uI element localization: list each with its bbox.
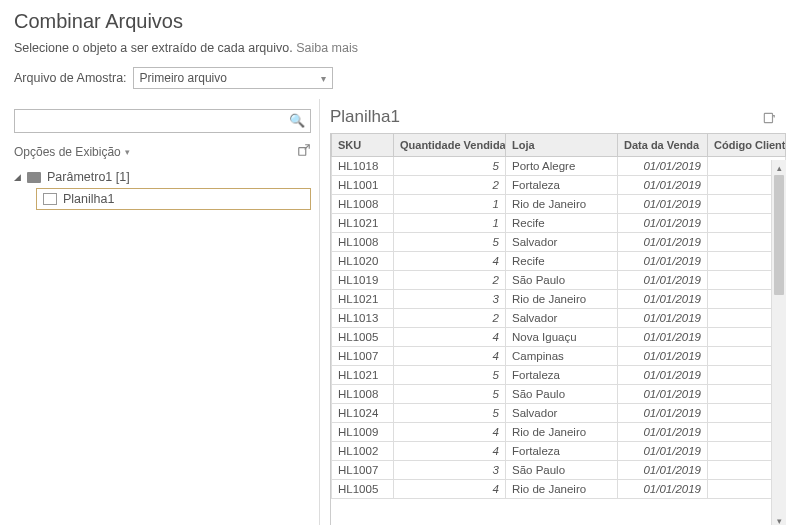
cell-sku: HL1021 — [332, 366, 394, 385]
search-icon[interactable]: 🔍 — [289, 113, 305, 128]
tree-item-planilha1[interactable]: Planilha1 — [36, 188, 311, 210]
col-header-quantidade[interactable]: Quantidade Vendida — [394, 134, 506, 157]
chevron-down-icon: ▾ — [125, 147, 130, 157]
cell-loja: Salvador — [506, 309, 618, 328]
table-row[interactable]: HL10211Recife01/01/2019 — [332, 214, 786, 233]
cell-sku: HL1005 — [332, 328, 394, 347]
tree-parent-parametro1[interactable]: ◢ Parâmetro1 [1] — [14, 168, 311, 186]
cell-sku: HL1009 — [332, 423, 394, 442]
cell-qty: 2 — [394, 309, 506, 328]
scroll-thumb[interactable] — [774, 175, 784, 295]
table-row[interactable]: HL10012Fortaleza01/01/2019 — [332, 176, 786, 195]
cell-sku: HL1008 — [332, 385, 394, 404]
cell-data: 01/01/2019 — [618, 271, 708, 290]
cell-loja: Fortaleza — [506, 176, 618, 195]
collapse-triangle-icon: ◢ — [14, 172, 21, 182]
cell-sku: HL1007 — [332, 347, 394, 366]
preview-action-icon[interactable] — [762, 111, 776, 128]
svg-rect-1 — [764, 113, 772, 122]
cell-loja: Recife — [506, 252, 618, 271]
cell-qty: 4 — [394, 252, 506, 271]
cell-loja: Salvador — [506, 404, 618, 423]
cell-data: 01/01/2019 — [618, 442, 708, 461]
col-header-data[interactable]: Data da Venda — [618, 134, 708, 157]
preview-title: Planilha1 — [330, 107, 400, 127]
cell-data: 01/01/2019 — [618, 423, 708, 442]
cell-qty: 4 — [394, 442, 506, 461]
cell-sku: HL1008 — [332, 195, 394, 214]
vertical-scrollbar[interactable]: ▴ ▾ — [771, 160, 786, 525]
table-row[interactable]: HL10245Salvador01/01/2019 — [332, 404, 786, 423]
folder-icon — [27, 172, 41, 183]
table-row[interactable]: HL10073São Paulo01/01/2019 — [332, 461, 786, 480]
col-header-sku[interactable]: SKU — [332, 134, 394, 157]
cell-loja: São Paulo — [506, 385, 618, 404]
table-row[interactable]: HL10024Fortaleza01/01/2019 — [332, 442, 786, 461]
col-header-loja[interactable]: Loja — [506, 134, 618, 157]
scroll-track[interactable] — [772, 175, 786, 513]
cell-loja: São Paulo — [506, 461, 618, 480]
table-row[interactable]: HL10094Rio de Janeiro01/01/2019 — [332, 423, 786, 442]
cell-sku: HL1020 — [332, 252, 394, 271]
sample-file-selected: Primeiro arquivo — [140, 71, 227, 85]
cell-data: 01/01/2019 — [618, 461, 708, 480]
cell-data: 01/01/2019 — [618, 214, 708, 233]
cell-qty: 4 — [394, 423, 506, 442]
table-row[interactable]: HL10054Rio de Janeiro01/01/2019 — [332, 480, 786, 499]
worksheet-icon — [43, 193, 57, 205]
cell-qty: 3 — [394, 290, 506, 309]
search-input[interactable] — [14, 109, 311, 133]
table-row[interactable]: HL10204Recife01/01/2019 — [332, 252, 786, 271]
table-row[interactable]: HL10085Salvador01/01/2019 — [332, 233, 786, 252]
dialog-subtitle: Selecione o objeto a ser extraído de cad… — [14, 41, 786, 55]
table-row[interactable]: HL10213Rio de Janeiro01/01/2019 — [332, 290, 786, 309]
table-row[interactable]: HL10192São Paulo01/01/2019 — [332, 271, 786, 290]
cell-qty: 4 — [394, 347, 506, 366]
cell-data: 01/01/2019 — [618, 290, 708, 309]
cell-data: 01/01/2019 — [618, 176, 708, 195]
cell-qty: 4 — [394, 328, 506, 347]
preview-table: SKU Quantidade Vendida Loja Data da Vend… — [331, 134, 786, 499]
table-row[interactable]: HL10054Nova Iguaçu01/01/2019 — [332, 328, 786, 347]
table-row[interactable]: HL10081Rio de Janeiro01/01/2019 — [332, 195, 786, 214]
cell-sku: HL1021 — [332, 290, 394, 309]
table-row[interactable]: HL10215Fortaleza01/01/2019 — [332, 366, 786, 385]
cell-sku: HL1021 — [332, 214, 394, 233]
cell-loja: Rio de Janeiro — [506, 290, 618, 309]
sample-file-select[interactable]: Primeiro arquivo ▾ — [133, 67, 333, 89]
col-header-cliente[interactable]: Código Cliente — [708, 134, 786, 157]
subtitle-text: Selecione o objeto a ser extraído de cad… — [14, 41, 296, 55]
cell-qty: 5 — [394, 366, 506, 385]
cell-data: 01/01/2019 — [618, 385, 708, 404]
cell-loja: Rio de Janeiro — [506, 423, 618, 442]
cell-sku: HL1002 — [332, 442, 394, 461]
cell-data: 01/01/2019 — [618, 309, 708, 328]
cell-qty: 1 — [394, 195, 506, 214]
cell-qty: 5 — [394, 404, 506, 423]
cell-sku: HL1019 — [332, 271, 394, 290]
scroll-down-icon[interactable]: ▾ — [772, 513, 786, 525]
cell-data: 01/01/2019 — [618, 480, 708, 499]
cell-loja: Rio de Janeiro — [506, 195, 618, 214]
table-row[interactable]: HL10132Salvador01/01/2019 — [332, 309, 786, 328]
refresh-icon[interactable] — [297, 143, 311, 160]
display-options-button[interactable]: Opções de Exibição ▾ — [14, 145, 130, 159]
sample-file-label: Arquivo de Amostra: — [14, 71, 127, 85]
table-row[interactable]: HL10074Campinas01/01/2019 — [332, 347, 786, 366]
cell-loja: Fortaleza — [506, 442, 618, 461]
chevron-down-icon: ▾ — [321, 73, 326, 84]
table-header-row: SKU Quantidade Vendida Loja Data da Vend… — [332, 134, 786, 157]
cell-qty: 2 — [394, 271, 506, 290]
scroll-up-icon[interactable]: ▴ — [772, 160, 786, 175]
tree-item-label: Planilha1 — [63, 192, 114, 206]
table-row[interactable]: HL10185Porto Alegre01/01/2019 — [332, 157, 786, 176]
cell-qty: 3 — [394, 461, 506, 480]
cell-data: 01/01/2019 — [618, 328, 708, 347]
dialog-title: Combinar Arquivos — [14, 10, 786, 33]
cell-data: 01/01/2019 — [618, 233, 708, 252]
cell-sku: HL1013 — [332, 309, 394, 328]
learn-more-link[interactable]: Saiba mais — [296, 41, 358, 55]
cell-qty: 5 — [394, 157, 506, 176]
cell-sku: HL1005 — [332, 480, 394, 499]
table-row[interactable]: HL10085São Paulo01/01/2019 — [332, 385, 786, 404]
